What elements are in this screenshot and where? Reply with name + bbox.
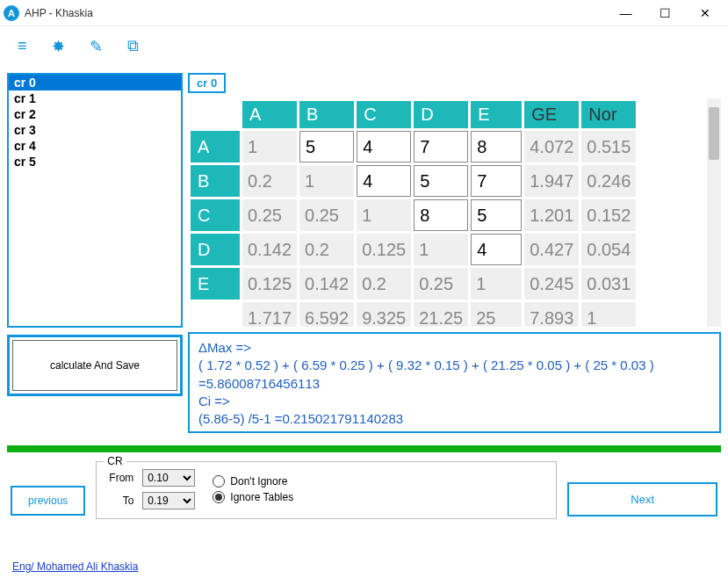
matrix-footer-cell: 21.25 (414, 302, 468, 327)
row-header: D (191, 234, 240, 265)
criteria-list[interactable]: cr 0cr 1cr 2cr 3cr 4cr 5 (7, 73, 183, 328)
col-header: A (242, 101, 297, 128)
matrix-cell[interactable]: 5 (414, 165, 468, 197)
matrix-cell: 0.2 (242, 165, 297, 197)
minimize-button[interactable]: — (606, 0, 645, 26)
matrix-footer-cell: 6.592 (299, 302, 354, 327)
col-header: Nor (581, 101, 636, 128)
matrix-cell[interactable]: 7 (414, 131, 468, 163)
matrix-cell: 0.142 (299, 268, 354, 300)
criteria-item[interactable]: cr 2 (9, 106, 181, 122)
main-area: cr 0cr 1cr 2cr 3cr 4cr 5 calculate And S… (0, 66, 728, 440)
matrix-cell: 0.152 (581, 199, 636, 231)
matrix-cell: 0.125 (357, 234, 411, 265)
matrix-footer-cell: 1.717 (242, 302, 297, 327)
matrix-cell: 0.246 (581, 165, 636, 197)
export-icon[interactable]: ⧉ (127, 37, 139, 55)
window-controls: — ☐ ✕ (606, 0, 724, 26)
from-label: From (109, 472, 133, 484)
criteria-item[interactable]: cr 5 (9, 154, 181, 170)
matrix-cell[interactable]: 4 (357, 131, 411, 163)
row-header: C (191, 199, 240, 231)
calculation-output: ΔMax => ( 1.72 * 0.52 ) + ( 6.59 * 0.25 … (188, 332, 721, 433)
matrix-footer-cell: 25 (471, 302, 522, 327)
matrix-cell: 1 (242, 131, 297, 163)
matrix-footer-cell: 1 (581, 302, 636, 327)
criteria-item[interactable]: cr 0 (9, 75, 181, 90)
vertical-scrollbar[interactable] (707, 98, 721, 327)
row-header: E (191, 268, 240, 300)
matrix-cell: 0.2 (299, 234, 354, 265)
titlebar: A AHP - Khaskia — ☐ ✕ (0, 0, 728, 26)
matrix-wrap: ABCDEGENorA154784.0720.515B0.214571.9470… (188, 98, 721, 327)
to-select[interactable]: 0.19 (142, 492, 195, 509)
ignore-radio-group: Don't Ignore Ignore Tables (213, 475, 293, 503)
col-header: E (471, 101, 522, 128)
matrix-footer-cell: 9.325 (357, 302, 411, 327)
radio-ignore-tables[interactable]: Ignore Tables (213, 491, 293, 503)
matrix-cell: 0.245 (524, 268, 579, 300)
edit-icon[interactable]: ✎ (90, 37, 103, 56)
row-header: B (191, 165, 240, 197)
matrix-cell[interactable]: 8 (471, 131, 522, 163)
footer-link[interactable]: Eng/ Mohamed Ali Khaskia (12, 560, 138, 573)
matrix-cell[interactable]: 5 (299, 131, 354, 163)
close-button[interactable]: ✕ (685, 0, 724, 26)
toolbar: ≡ ✸ ✎ ⧉ (0, 26, 728, 66)
window-title: AHP - Khaskia (25, 7, 93, 19)
app-icon: A (4, 5, 19, 21)
radio-dont-ignore[interactable]: Don't Ignore (213, 475, 293, 488)
calc-button-wrap: calculate And Save (7, 335, 183, 396)
cr-fields: From 0.10 To 0.19 (109, 469, 195, 509)
cr-legend: CR (104, 455, 126, 467)
matrix-cell: 1.201 (524, 199, 579, 231)
bottom-area: previous CR From 0.10 To 0.19 Don't Igno… (0, 458, 728, 523)
matrix-cell[interactable]: 4 (357, 165, 411, 197)
output-line: Ci => (198, 393, 710, 410)
col-header: B (299, 101, 354, 128)
col-header: C (357, 101, 411, 128)
calculate-button[interactable]: calculate And Save (12, 340, 177, 391)
radio-icon (213, 491, 225, 503)
matrix-cell: 1 (299, 165, 354, 197)
separator-bar (7, 445, 721, 452)
matrix-cell: 0.515 (581, 131, 636, 163)
right-panel: cr 0 ABCDEGENorA154784.0720.515B0.214571… (188, 73, 721, 433)
cr-group: CR From 0.10 To 0.19 Don't Ignore Ignore… (96, 461, 557, 519)
matrix-cell: 0.427 (524, 234, 579, 265)
matrix-cell: 0.031 (581, 268, 636, 300)
matrix-cell: 0.2 (357, 268, 411, 300)
left-panel: cr 0cr 1cr 2cr 3cr 4cr 5 calculate And S… (7, 73, 183, 433)
matrix-cell[interactable]: 4 (471, 234, 522, 265)
output-line: (5.86-5) /5-1 =0.215021791140283 (198, 410, 710, 428)
matrix-cell: 0.125 (242, 268, 297, 300)
new-icon[interactable]: ✸ (52, 37, 65, 56)
matrix-footer-cell: 7.893 (524, 302, 579, 327)
output-line: cr => (198, 428, 710, 433)
matrix-cell[interactable]: 7 (471, 165, 522, 197)
previous-button[interactable]: previous (11, 486, 85, 516)
matrix-cell: 0.054 (581, 234, 636, 265)
criteria-item[interactable]: cr 4 (9, 138, 181, 154)
col-header: D (414, 101, 468, 128)
comparison-matrix: ABCDEGENorA154784.0720.515B0.214571.9470… (188, 98, 638, 327)
matrix-cell[interactable]: 8 (414, 199, 468, 231)
next-button[interactable]: Next (567, 482, 717, 517)
matrix-cell: 1 (414, 234, 468, 265)
matrix-cell: 0.25 (414, 268, 468, 300)
matrix-cell: 1.947 (524, 165, 579, 197)
col-header: GE (524, 101, 579, 128)
criteria-item[interactable]: cr 3 (9, 122, 181, 138)
menu-icon[interactable]: ≡ (18, 37, 27, 55)
from-select[interactable]: 0.10 (142, 469, 195, 487)
matrix-scroll[interactable]: ABCDEGENorA154784.0720.515B0.214571.9470… (188, 98, 707, 327)
criteria-item[interactable]: cr 1 (9, 90, 181, 106)
matrix-cell: 0.142 (242, 234, 297, 265)
matrix-cell: 1 (471, 268, 522, 300)
output-line: ΔMax => (198, 339, 710, 357)
maximize-button[interactable]: ☐ (645, 0, 685, 26)
scrollbar-thumb[interactable] (709, 107, 719, 160)
row-header: A (191, 131, 240, 163)
matrix-cell: 1 (357, 199, 411, 231)
matrix-cell[interactable]: 5 (471, 199, 522, 231)
